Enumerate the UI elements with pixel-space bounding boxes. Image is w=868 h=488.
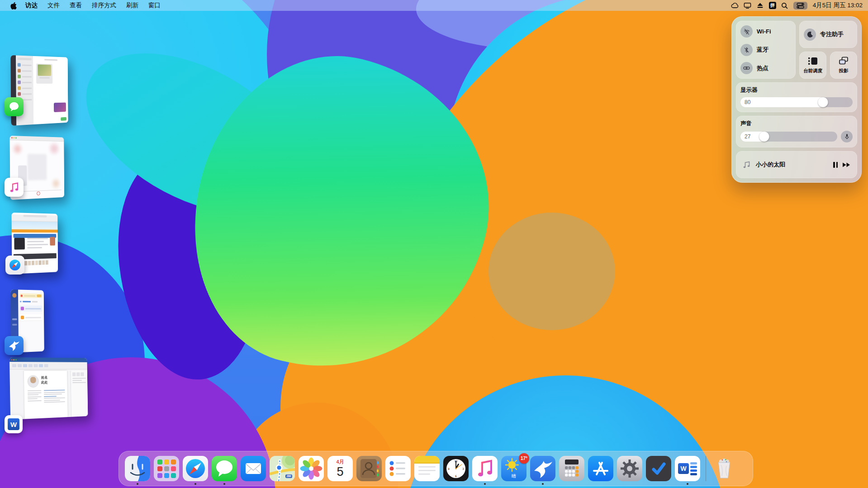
- focus-toggle[interactable]: 专注助手: [799, 21, 857, 48]
- running-indicator-dot: [137, 483, 138, 485]
- pause-button[interactable]: [833, 162, 838, 168]
- calendar-icon: 4月 5: [327, 456, 353, 481]
- dock-item-clock[interactable]: 12369: [441, 456, 470, 481]
- menu-item-window[interactable]: 窗口: [143, 0, 166, 11]
- messages-icon: [212, 456, 237, 481]
- running-indicator-dot: [194, 483, 196, 485]
- photos-icon: [299, 456, 324, 481]
- fast-forward-button[interactable]: [842, 162, 851, 167]
- sound-value: 27: [740, 133, 750, 140]
- hotspot-link-icon: [740, 62, 753, 74]
- menu-item-refresh[interactable]: 刷新: [121, 0, 143, 11]
- sound-slider-knob[interactable]: [759, 132, 769, 142]
- display-value: 80: [740, 99, 750, 105]
- display-mirroring-icon[interactable]: [744, 1, 752, 9]
- running-indicator-dot: [223, 483, 225, 485]
- dock-item-launchpad[interactable]: [152, 456, 181, 481]
- hotspot-toggle[interactable]: 热点: [740, 62, 791, 74]
- weather-temp-badge: 17°: [519, 453, 529, 464]
- running-indicator-dot: [542, 483, 544, 485]
- sound-card: 声音 27: [736, 116, 857, 147]
- word-document: 姓名 此处: [24, 371, 68, 419]
- microphone-button[interactable]: [841, 131, 853, 142]
- word-format-panel: [71, 371, 88, 417]
- dock-item-maps[interactable]: 280: [268, 456, 297, 481]
- control-center-panel: Wi-Fi 蓝牙 热点 专注助手: [731, 16, 862, 183]
- dock-item-word[interactable]: W: [673, 456, 702, 481]
- menu-item-finder[interactable]: 访达: [20, 0, 43, 11]
- calendar-day: 5: [327, 466, 353, 478]
- reminders-icon: [385, 456, 411, 481]
- dock-item-photos[interactable]: [297, 456, 326, 481]
- safari-app-badge-icon: [5, 256, 24, 275]
- now-playing-title: 小小的太阳: [756, 161, 829, 169]
- dock-item-calculator[interactable]: [557, 456, 586, 481]
- chat-main: [33, 56, 68, 124]
- menu-item-view[interactable]: 查看: [65, 0, 87, 11]
- dock-item-finder[interactable]: [123, 456, 152, 481]
- screen-mirroring-toggle[interactable]: 投影: [830, 52, 857, 79]
- dock-item-thunder[interactable]: [528, 456, 557, 481]
- svg-text:3: 3: [462, 467, 464, 470]
- webpage-portrait: [50, 237, 55, 246]
- display-card: 显示器 80: [736, 82, 857, 112]
- maps-interstate-shield: 280: [285, 474, 292, 479]
- bluetooth-toggle[interactable]: 蓝牙: [740, 44, 791, 56]
- menu-item-sort[interactable]: 排序方式: [87, 0, 121, 11]
- spotlight-search-icon[interactable]: [781, 1, 789, 9]
- stage-manager-toggle[interactable]: 台前调度: [799, 52, 826, 79]
- pinyin-input-icon[interactable]: 拼: [769, 2, 776, 9]
- launchpad-icon: [154, 456, 179, 481]
- calculator-icon: [559, 456, 584, 481]
- finder-icon: [125, 456, 150, 481]
- dock-separator: [706, 456, 706, 481]
- webpage-qr: [14, 238, 25, 250]
- display-slider-knob[interactable]: [818, 97, 828, 107]
- dock-item-todo-checkmark[interactable]: [644, 456, 673, 481]
- stage-window-word[interactable]: 姓名 此处: [9, 357, 88, 420]
- now-playing-card[interactable]: 小小的太阳: [736, 151, 857, 178]
- word-icon: W: [675, 456, 700, 481]
- safari-icon: [183, 456, 208, 481]
- word-ribbon: [9, 362, 87, 370]
- dock-item-safari[interactable]: [181, 456, 210, 481]
- trash-icon[interactable]: [711, 456, 737, 481]
- icloud-sync-icon[interactable]: [731, 1, 739, 9]
- weather-condition: 晴: [501, 473, 526, 479]
- dock-item-contacts[interactable]: [355, 456, 384, 481]
- word-app-badge-icon: W: [5, 415, 23, 433]
- dock-item-system-settings[interactable]: [615, 456, 644, 481]
- dock-item-messages[interactable]: [210, 456, 239, 481]
- mail-icon: [241, 456, 266, 481]
- thunder-app-badge-icon: [5, 336, 24, 355]
- connectivity-card: Wi-Fi 蓝牙 热点: [736, 21, 796, 79]
- wifi-off-icon: [740, 25, 753, 38]
- wallpaper-blob: [489, 213, 615, 330]
- word-letter: W: [678, 463, 689, 474]
- display-label: 显示器: [740, 86, 853, 94]
- display-slider[interactable]: 80: [740, 97, 853, 107]
- menu-item-file[interactable]: 文件: [43, 0, 65, 11]
- wifi-toggle[interactable]: Wi-Fi: [740, 25, 791, 38]
- sound-slider[interactable]: 27: [740, 132, 837, 142]
- dock-item-mail[interactable]: [239, 456, 268, 481]
- apple-menu[interactable]: [6, 2, 20, 9]
- webpage-banner: [12, 221, 58, 230]
- stage-manager-icon: [807, 56, 818, 66]
- sound-label: 声音: [740, 120, 853, 128]
- calendar-month: 4月: [327, 459, 353, 465]
- dock-item-notes[interactable]: [413, 456, 441, 481]
- control-center-icon[interactable]: [793, 2, 807, 9]
- dock-item-weather[interactable]: 晴 17°: [499, 456, 528, 481]
- dock-item-app-store[interactable]: [586, 456, 615, 481]
- apple-logo-icon: [10, 2, 17, 9]
- dock-item-calendar[interactable]: 4月 5: [326, 456, 355, 481]
- dock-item-music[interactable]: [470, 456, 499, 481]
- todo-checkmark-icon: [646, 456, 671, 481]
- contacts-icon: [356, 456, 382, 481]
- menu-bar-clock[interactable]: 4月5日 周五 13:02: [812, 1, 863, 9]
- dock: 280 4月 5 12369: [119, 451, 753, 486]
- eject-icon[interactable]: [756, 1, 764, 9]
- svg-text:6: 6: [455, 474, 457, 478]
- dock-item-reminders[interactable]: [384, 456, 413, 481]
